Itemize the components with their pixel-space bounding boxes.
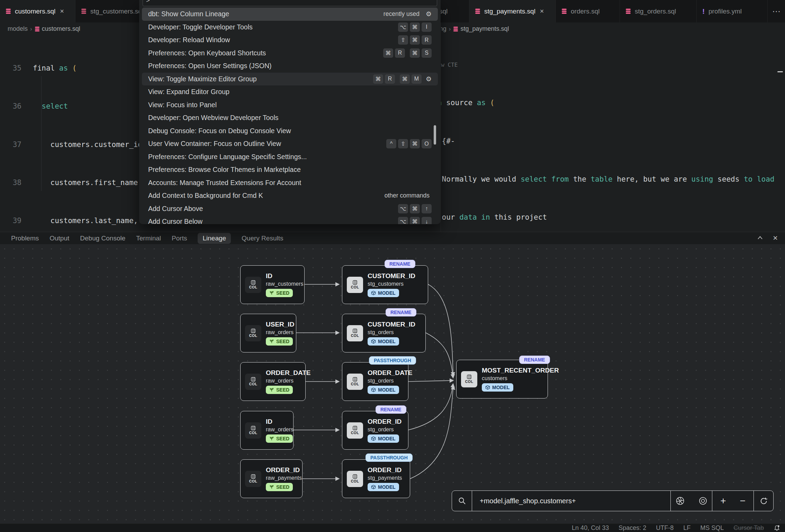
lineage-node[interactable]: COL ORDER_ID stg_orders MODEL xyxy=(342,411,408,450)
command-item[interactable]: Preferences: Open Keyboard Shortcuts ⌘R⌘… xyxy=(142,47,438,60)
tab-stg-payments-sql[interactable]: stg_payments.sql × xyxy=(469,0,556,22)
tab-profiles-yml[interactable]: ! profiles.yml xyxy=(697,0,768,22)
tab-label: stg_orders.sql xyxy=(635,8,676,15)
command-item[interactable]: Developer: Toggle Developer Tools ⌥⌘I xyxy=(142,21,438,34)
breadcrumb[interactable]: models › customers.sql xyxy=(8,25,80,33)
column-name: ORDER_DATE xyxy=(266,369,305,377)
node-body: ORDER_DATE raw_orders SEED xyxy=(266,369,305,394)
command-item[interactable]: Add Cursor Below ⌥⌘↓ xyxy=(142,215,438,224)
command-label: View: Focus into Panel xyxy=(148,101,432,109)
panel-tab[interactable]: Problems xyxy=(11,235,39,242)
column-name: ORDER_ID xyxy=(368,466,402,474)
command-item[interactable]: User View Container: Focus on Outline Vi… xyxy=(142,137,438,150)
scrollbar-marker[interactable] xyxy=(777,71,783,72)
lineage-node[interactable]: COL ORDER_DATE raw_orders SEED xyxy=(240,362,306,401)
target-icon[interactable] xyxy=(698,496,707,505)
lineage-node[interactable]: COL ORDER_DATE stg_orders MODEL xyxy=(342,362,408,401)
node-type-badge: MODEL xyxy=(368,289,399,297)
command-item[interactable]: Accounts: Manage Trusted Extensions For … xyxy=(142,176,438,190)
editor-right: models › staging › stg_payments.sql View… xyxy=(441,22,785,232)
node-body: ORDER_ID stg_payments MODEL xyxy=(368,466,402,491)
command-item[interactable]: dbt: Show Column Lineage recently used⚙ xyxy=(142,8,438,21)
code-text: with source as ( xyxy=(441,99,494,107)
transform-badge: PASSTHROUGH xyxy=(366,453,413,462)
search-input[interactable]: +model.jaffle_shop.customers+ xyxy=(472,491,670,511)
command-item[interactable]: Add Cursor Above ⌥⌘↑ xyxy=(142,202,438,215)
lineage-node[interactable]: COL ID raw_orders SEED xyxy=(240,411,294,450)
command-item[interactable]: Preferences: Configure Language Specific… xyxy=(142,150,438,164)
status-item[interactable]: LF xyxy=(683,524,691,532)
lineage-node[interactable]: COL MOST_RECENT_ORDER customers MODEL xyxy=(456,360,548,398)
command-item[interactable]: Add Context to Background for Cmd K othe… xyxy=(142,189,438,202)
command-label: Preferences: Open Keyboard Shortcuts xyxy=(148,49,381,57)
sql-file-icon xyxy=(35,26,40,32)
tab-label: orders.sql xyxy=(571,8,599,15)
panel-tab[interactable]: Output xyxy=(49,235,69,242)
status-item[interactable]: UTF-8 xyxy=(656,524,674,532)
zoom-out-icon[interactable]: − xyxy=(740,495,746,506)
palette-scrollbar[interactable] xyxy=(434,125,436,145)
line-number: 39 xyxy=(0,216,33,226)
zoom-in-icon[interactable]: + xyxy=(720,495,726,506)
command-keybinding: ⇧⌘R xyxy=(396,35,432,45)
search-icon[interactable] xyxy=(452,491,472,511)
node-type-badge: SEED xyxy=(266,434,293,443)
command-label: Accounts: Manage Trusted Extensions For … xyxy=(148,179,432,187)
panel-tab[interactable]: Ports xyxy=(172,235,187,242)
status-item[interactable]: MS SQL xyxy=(700,524,724,532)
zoom-controls: + − xyxy=(712,491,754,511)
command-list: dbt: Show Column Lineage recently used⚙ … xyxy=(142,8,438,224)
notifications-bell-icon[interactable] xyxy=(774,525,780,531)
status-bar: Ln 40, Col 33 Spaces: 2 UTF-8 LF MS SQL … xyxy=(0,524,785,532)
code-text: customers.last_name, xyxy=(33,217,138,225)
command-item[interactable]: Preferences: Open User Settings (JSON) xyxy=(142,59,438,73)
panel-tab[interactable]: Debug Console xyxy=(80,235,125,242)
command-keybinding: ⌥⌘↑ xyxy=(396,204,432,213)
tab-customers-sql[interactable]: customers.sql × xyxy=(0,0,75,22)
panel-tab[interactable]: Terminal xyxy=(136,235,161,242)
table-name: stg_orders xyxy=(368,378,408,384)
breadcrumb-file[interactable]: customers.sql xyxy=(35,25,80,33)
command-input[interactable]: > xyxy=(143,0,437,6)
code-text: View CTE xyxy=(441,62,458,68)
more-tabs-icon[interactable]: ⋯ xyxy=(768,0,785,22)
panel-tab[interactable]: Lineage xyxy=(198,233,231,244)
tab-label: stg_payments.sql xyxy=(484,8,535,15)
command-label: User View Container: Focus on Outline Vi… xyxy=(148,140,385,148)
command-item[interactable]: Developer: Reload Window ⇧⌘R xyxy=(142,34,438,47)
command-item[interactable]: Developer: Open Webview Developer Tools xyxy=(142,111,438,125)
node-body: ID raw_orders SEED xyxy=(266,418,293,443)
command-item[interactable]: Debug Console: Focus on Debug Console Vi… xyxy=(142,125,438,138)
lineage-node[interactable]: COL ID raw_customers SEED xyxy=(240,265,305,304)
status-item[interactable]: Cursor Tab xyxy=(733,524,764,532)
column-name: ORDER_ID xyxy=(368,418,401,425)
chevron-up-icon[interactable] xyxy=(754,232,766,244)
command-label: Preferences: Browse Color Themes in Mark… xyxy=(148,166,432,174)
status-item[interactable]: Ln 40, Col 33 xyxy=(572,524,609,532)
node-body: USER_ID raw_orders SEED xyxy=(266,321,294,346)
lineage-node[interactable]: COL CUSTOMER_ID stg_orders MODEL xyxy=(342,314,426,352)
breadcrumb-folder[interactable]: models xyxy=(8,25,28,33)
close-icon[interactable]: × xyxy=(60,7,64,15)
command-item[interactable]: View: Toggle Maximize Editor Group ⌘R⌘M⚙ xyxy=(142,73,438,86)
command-label: Add Cursor Above xyxy=(148,205,396,213)
column-icon: COL xyxy=(347,422,363,439)
status-item[interactable]: Spaces: 2 xyxy=(619,524,646,532)
command-item[interactable]: Preferences: Browse Color Themes in Mark… xyxy=(142,163,438,176)
refresh-icon[interactable] xyxy=(754,491,773,511)
close-icon[interactable]: × xyxy=(540,7,544,15)
lineage-node[interactable]: COL ORDER_ID raw_payments SEED xyxy=(240,459,303,498)
lineage-node[interactable]: COL ORDER_ID stg_payments MODEL xyxy=(342,459,410,498)
command-label: View: Expand Editor Group xyxy=(148,88,432,96)
tab-orders-sql[interactable]: orders.sql xyxy=(556,0,620,22)
panel-tab[interactable]: Query Results xyxy=(242,235,283,242)
aperture-icon[interactable] xyxy=(676,496,685,505)
tab-stg-orders-sql[interactable]: stg_orders.sql xyxy=(620,0,697,22)
close-panel-icon[interactable]: × xyxy=(769,232,782,244)
lineage-node[interactable]: COL CUSTOMER_ID stg_customers MODEL xyxy=(342,265,428,304)
yaml-file-icon: ! xyxy=(702,7,705,16)
lineage-node[interactable]: COL USER_ID raw_orders SEED xyxy=(240,314,296,352)
panel-tab-bar: Problems Output Debug Console Terminal P… xyxy=(0,232,785,244)
command-item[interactable]: View: Focus into Panel xyxy=(142,99,438,112)
command-item[interactable]: View: Expand Editor Group xyxy=(142,85,438,99)
